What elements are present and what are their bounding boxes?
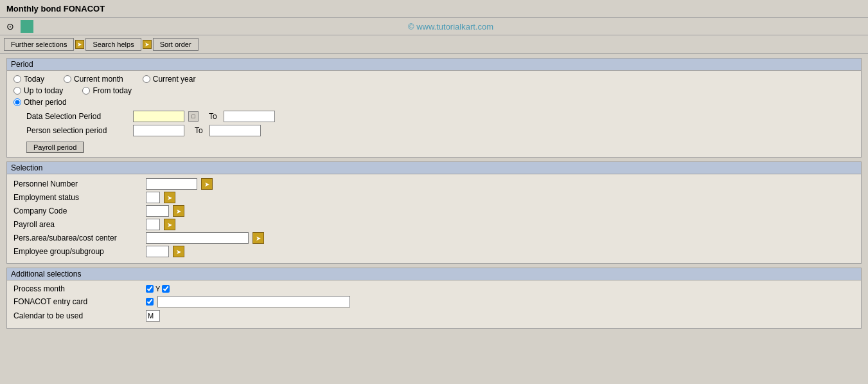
period-section-body: Today Current month Current year Up to t… [7,71,861,157]
fonacot-entry-card-checkbox[interactable] [146,298,154,306]
company-code-arrow-btn[interactable]: ➤ [173,205,184,217]
employment-status-row: Employment status ➤ [13,192,855,203]
process-month-checkbox-1[interactable] [146,285,154,293]
employment-status-label: Employment status [13,193,142,202]
further-selections-arrow-icon: ➤ [75,40,84,49]
current-year-radio[interactable] [143,75,150,83]
current-month-label: Current month [74,75,123,84]
sort-order-button[interactable]: Sort order [153,38,199,51]
period-row-2: Up to today From today [13,86,855,95]
personnel-number-row: Personnel Number ➤ [13,178,855,190]
additional-selections-section: Additional selections Process month Y FO… [6,268,862,329]
other-period-radio[interactable] [13,98,21,106]
payroll-area-label: Payroll area [13,220,142,229]
calendar-to-be-used-label: Calendar to be used [13,311,142,320]
selection-section-header: Selection [7,162,861,174]
up-to-today-radio[interactable] [13,87,21,95]
employment-status-arrow-btn[interactable]: ➤ [164,192,175,203]
calendar-to-be-used-input[interactable] [146,310,160,322]
period-row-1: Today Current month Current year [13,75,855,84]
search-helps-label: Search helps [93,41,134,48]
data-selection-period-to-input[interactable] [224,111,275,122]
company-code-row: Company Code ➤ [13,205,855,217]
today-radio-label[interactable]: Today [13,75,44,84]
period-section-header: Period [7,59,861,71]
person-selection-period-to-input[interactable] [209,125,261,136]
fonacot-entry-card-input[interactable] [157,296,350,307]
employment-status-input[interactable] [146,192,160,203]
process-month-y-label: Y [155,285,160,293]
payroll-period-row: Payroll period [26,139,855,153]
period-row-3: Other period [13,98,855,107]
person-selection-period-row: Person selection period To [26,125,855,136]
fonacot-entry-card-row: FONACOT entry card [13,296,855,307]
up-to-today-radio-label[interactable]: Up to today [13,86,63,95]
further-selections-button[interactable]: Further selections [4,38,74,51]
employee-group-label: Employee group/subgroup [13,247,142,256]
data-selection-to-label: To [209,112,217,121]
pers-area-label: Pers.area/subarea/cost center [13,233,142,242]
payroll-period-button[interactable]: Payroll period [26,142,84,153]
pers-area-row: Pers.area/subarea/cost center ➤ [13,232,855,244]
today-label: Today [24,75,44,84]
current-month-radio-label[interactable]: Current month [64,75,123,84]
other-period-label: Other period [24,98,67,107]
person-selection-to-label: To [195,126,203,135]
person-selection-period-from-input[interactable] [133,125,184,136]
payroll-area-arrow-btn[interactable]: ➤ [164,219,175,230]
person-selection-period-label: Person selection period [26,126,129,135]
period-section: Period Today Current month Current year [6,58,862,158]
data-selection-period-calendar-btn[interactable]: □ [188,111,199,122]
selection-section: Selection Personnel Number ➤ Employment … [6,161,862,264]
process-month-label: Process month [13,284,142,293]
payroll-period-label: Payroll period [33,143,76,151]
current-month-radio[interactable] [64,75,71,83]
fonacot-entry-card-label: FONACOT entry card [13,297,142,306]
watermark: © www.tutorialkart.com [37,22,864,32]
search-helps-button[interactable]: Search helps [85,38,141,51]
payroll-area-input[interactable] [146,219,160,230]
current-year-label: Current year [153,75,196,84]
calendar-to-be-used-row: Calendar to be used [13,310,855,322]
back-icon[interactable]: ⊙ [4,20,17,33]
employee-group-arrow-btn[interactable]: ➤ [173,246,184,257]
payroll-area-row: Payroll area ➤ [13,219,855,230]
search-helps-arrow-icon: ➤ [143,40,152,49]
process-month-checkbox-2[interactable] [162,285,170,293]
personnel-number-input[interactable] [146,178,197,190]
main-content: Period Today Current month Current year [0,54,868,336]
further-selections-label: Further selections [11,41,67,48]
other-period-radio-label[interactable]: Other period [13,98,67,107]
app-title: Monthly bond FONACOT [6,4,105,14]
today-radio[interactable] [13,75,21,83]
process-month-row: Process month Y [13,284,855,293]
sort-order-label: Sort order [160,41,191,48]
from-today-radio-label[interactable]: From today [82,86,132,95]
current-year-radio-label[interactable]: Current year [143,75,196,84]
employee-group-input[interactable] [146,246,169,257]
data-selection-period-from-input[interactable] [133,111,184,122]
data-selection-period-row: Data Selection Period □ To [26,111,855,122]
save-icon[interactable] [21,20,33,33]
company-code-label: Company Code [13,206,142,215]
up-to-today-label: Up to today [24,86,63,95]
company-code-input[interactable] [146,205,169,217]
selection-section-body: Personnel Number ➤ Employment status ➤ C… [7,174,861,263]
additional-selections-body: Process month Y FONACOT entry card Calen… [7,280,861,328]
title-bar: Monthly bond FONACOT [0,0,868,18]
menu-bar: ⊙ © www.tutorialkart.com [0,18,868,35]
personnel-number-label: Personnel Number [13,179,142,188]
from-today-radio[interactable] [82,87,90,95]
from-today-label: From today [93,86,132,95]
employee-group-row: Employee group/subgroup ➤ [13,246,855,257]
personnel-number-arrow-btn[interactable]: ➤ [201,178,213,190]
toolbar: Further selections ➤ Search helps ➤ Sort… [0,35,868,54]
additional-selections-header: Additional selections [7,268,861,280]
pers-area-input[interactable] [146,232,249,244]
data-selection-period-label: Data Selection Period [26,112,129,121]
process-month-controls: Y [146,285,170,293]
pers-area-arrow-btn[interactable]: ➤ [252,232,264,244]
